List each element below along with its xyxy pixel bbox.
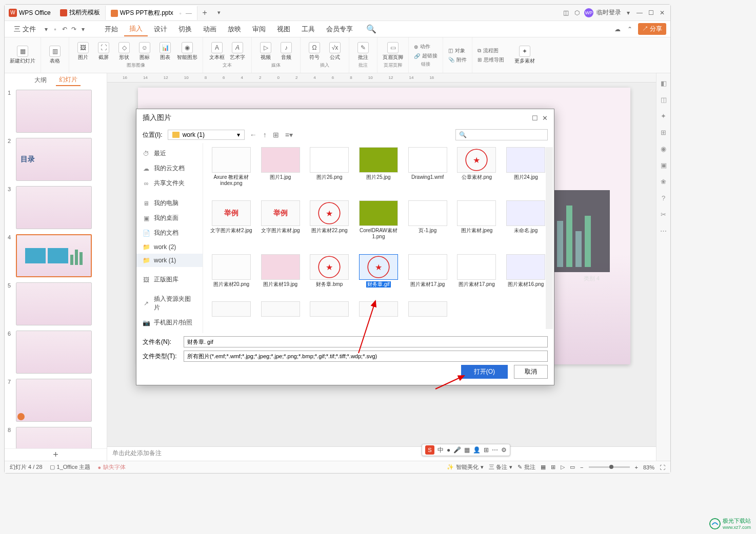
cloud-sync-icon[interactable]: ☁ xyxy=(613,25,622,33)
window-close-icon[interactable]: ✕ xyxy=(658,9,666,17)
qat-redo-icon[interactable]: ↷ xyxy=(70,25,78,33)
slide-thumb-5[interactable]: 5 xyxy=(8,282,104,325)
menu-transition[interactable]: 切换 xyxy=(173,23,197,36)
ribbon-object[interactable]: ◫ 对象 xyxy=(448,47,465,55)
menu-file[interactable]: 三 文件 xyxy=(9,23,41,36)
slide-thumb-2[interactable]: 2目录 xyxy=(8,138,104,181)
slide-thumb-1[interactable]: 1 xyxy=(8,90,104,133)
ribbon-header-footer[interactable]: ▭页眉页脚 xyxy=(383,42,403,61)
zoom-slider[interactable] xyxy=(589,466,630,468)
sidepanel-icon-4[interactable]: ⊞ xyxy=(659,128,668,137)
sidepanel-icon-1[interactable]: ◧ xyxy=(659,78,668,88)
add-slide-button[interactable]: + xyxy=(5,448,107,461)
notes-pane[interactable]: 单击此处添加备注 xyxy=(107,446,656,461)
ribbon-more[interactable]: ✦更多素材 xyxy=(514,46,535,65)
status-comment[interactable]: ✎ 批注 xyxy=(518,463,535,471)
menu-anim[interactable]: 动画 xyxy=(198,23,222,36)
tab-add-button[interactable]: + xyxy=(197,8,212,17)
status-beautify[interactable]: ✨ 智能美化 ▾ xyxy=(447,463,484,471)
search-icon[interactable]: 🔍 xyxy=(366,24,376,34)
slide-thumb-6[interactable]: 6 xyxy=(8,331,104,374)
tab-template[interactable]: 找稻壳模板 xyxy=(55,6,106,20)
menubar: 三 文件 ▾ ▫ ↶ ↷ ▾ 开始 插入 设计 切换 动画 放映 审阅 视图 工… xyxy=(5,21,670,37)
window-min-icon[interactable]: — xyxy=(635,9,644,17)
status-theme[interactable]: ▢ 1_Office 主题 xyxy=(50,463,91,471)
ribbon-chart[interactable]: 📊图表 xyxy=(156,42,174,61)
menu-design[interactable]: 设计 xyxy=(149,23,172,36)
annotation-arrows xyxy=(138,107,559,394)
window-max-icon[interactable]: ☐ xyxy=(647,9,655,17)
ribbon-wordart[interactable]: A艺术字 xyxy=(229,42,246,61)
menu-play[interactable]: 放映 xyxy=(223,23,246,36)
menu-view[interactable]: 视图 xyxy=(272,23,295,36)
menu-tools[interactable]: 工具 xyxy=(296,23,320,36)
ribbon-icon[interactable]: ☺图标 xyxy=(136,42,153,61)
view-sorter-icon[interactable]: ⊞ xyxy=(551,464,555,470)
ime-toolbar[interactable]: S 中 ●🎤▦👤⊞⋯⚙ xyxy=(422,444,510,456)
ribbon-video[interactable]: ▷视频 xyxy=(257,42,274,61)
titlebar-cube-icon[interactable]: ⬡ xyxy=(573,9,581,17)
zoom-out-icon[interactable]: − xyxy=(580,464,583,470)
slide-thumb-8[interactable]: 8 xyxy=(8,427,104,448)
zoom-fit-icon[interactable]: ⛶ xyxy=(660,464,665,470)
sidepanel-icon-5[interactable]: ◉ xyxy=(659,144,668,153)
slide-thumb-3[interactable]: 3 xyxy=(8,186,104,229)
ribbon-comment[interactable]: ✎批注 xyxy=(354,42,372,61)
ribbon-picture[interactable]: 🖼图片 xyxy=(74,42,92,61)
ribbon-symbol[interactable]: Ω符号 xyxy=(306,42,323,61)
zoom-in-icon[interactable]: + xyxy=(635,464,638,470)
zoom-value[interactable]: 83% xyxy=(643,464,654,470)
menu-file-dropdown-icon[interactable]: ▾ xyxy=(42,25,50,33)
menu-vip[interactable]: 会员专享 xyxy=(321,23,358,36)
sidepanel-icon-10[interactable]: ⋯ xyxy=(659,226,668,235)
sidepanel-icon-9[interactable]: ✂ xyxy=(659,210,668,219)
ribbon-audio[interactable]: ♪音频 xyxy=(277,42,295,61)
qat-more-icon[interactable]: ▾ xyxy=(79,25,87,33)
view-normal-icon[interactable]: ▦ xyxy=(541,464,546,470)
menu-review[interactable]: 审阅 xyxy=(247,23,271,36)
ribbon-hyperlink[interactable]: 🔗 超链接 xyxy=(414,52,437,60)
sidepanel-icon-7[interactable]: ❀ xyxy=(659,177,668,186)
collapse-ribbon-icon[interactable]: ⌃ xyxy=(626,25,634,33)
tab-outline[interactable]: 大纲 xyxy=(31,75,50,86)
slide-thumb-4[interactable]: 4 xyxy=(8,234,104,277)
ribbon-smartart[interactable]: ◉智能图形 xyxy=(177,42,197,61)
menu-start[interactable]: 开始 xyxy=(100,23,123,36)
view-play-icon[interactable]: ▷ xyxy=(561,464,565,470)
chevron-down-icon[interactable]: ▾ xyxy=(624,9,632,17)
sidepanel-icon-6[interactable]: ▣ xyxy=(659,160,668,170)
tab-close-icon[interactable]: — xyxy=(186,10,192,17)
titlebar-grid-icon[interactable]: ◫ xyxy=(562,9,570,17)
watermark: 极光下载站 www.xz7.com xyxy=(709,517,751,530)
login-label[interactable]: 临时登录 xyxy=(596,8,621,17)
tab-list-icon[interactable]: ▾ xyxy=(212,9,226,16)
ribbon-attach[interactable]: 📎 附件 xyxy=(448,56,467,64)
slide-thumb-7[interactable]: 7 xyxy=(8,379,104,422)
ribbon-action[interactable]: ⊕ 动作 xyxy=(414,43,430,51)
side-toolbar: ◧ ◫ ✦ ⊞ ◉ ▣ ❀ ? ✂ ⋯ xyxy=(656,73,670,461)
ribbon-textbox[interactable]: A文本框 xyxy=(208,42,226,61)
tab-menu-icon[interactable]: ◦ xyxy=(180,10,182,17)
qat-save-icon[interactable]: ▫ xyxy=(51,25,59,33)
status-notes[interactable]: 三 备注 ▾ xyxy=(489,463,512,471)
view-reading-icon[interactable]: ▭ xyxy=(570,464,575,470)
sidepanel-icon-8[interactable]: ? xyxy=(659,193,668,202)
ribbon-flowchart[interactable]: ⧉ 流程图 xyxy=(478,47,499,55)
ribbon-equation[interactable]: √x公式 xyxy=(326,42,344,61)
tab-slides[interactable]: 幻灯片 xyxy=(56,74,81,86)
ribbon-new-slide[interactable]: ▦新建幻灯片 xyxy=(10,46,35,65)
menu-insert[interactable]: 插入 xyxy=(124,22,148,36)
ribbon-mindmap[interactable]: ⊞ 思维导图 xyxy=(478,56,504,64)
share-button[interactable]: ↗ 分享 xyxy=(638,23,666,35)
sidepanel-icon-3[interactable]: ✦ xyxy=(659,111,668,120)
titlebar: W WPS Office 找稻壳模板 WPS PPT教程.pptx ◦ — + … xyxy=(5,5,670,21)
slide-panel: 大纲 幻灯片 1 2目录 3 4 5 6 7 8 + xyxy=(5,73,107,461)
tab-document[interactable]: WPS PPT教程.pptx ◦ — xyxy=(106,6,197,20)
qat-undo-icon[interactable]: ↶ xyxy=(61,25,69,33)
sidepanel-icon-2[interactable]: ◫ xyxy=(659,95,668,104)
avatar[interactable]: WP xyxy=(584,8,593,17)
ribbon-table[interactable]: ▥表格 xyxy=(46,46,64,65)
ribbon-screenshot[interactable]: ⛶截屏 xyxy=(95,42,112,61)
ribbon-shape[interactable]: ◇形状 xyxy=(115,42,133,61)
status-missing-font[interactable]: ● 缺失字体 xyxy=(97,463,126,471)
